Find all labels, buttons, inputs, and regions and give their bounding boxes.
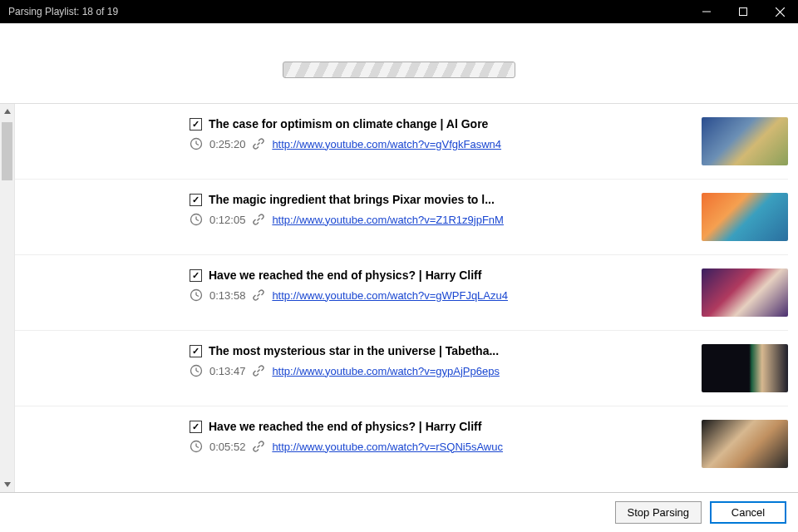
list-item: ✓The case for optimism on climate change… [15, 104, 788, 179]
maximize-button[interactable] [725, 0, 761, 23]
item-content: ✓Have we reached the end of physics? | H… [190, 268, 702, 302]
maximize-icon [739, 7, 747, 16]
stop-parsing-button[interactable]: Stop Parsing [615, 501, 702, 524]
video-title: Have we reached the end of physics? | Ha… [209, 420, 481, 433]
chevron-up-icon [4, 109, 11, 114]
video-title: The magic ingredient that brings Pixar m… [209, 193, 495, 206]
svg-line-17 [196, 371, 199, 372]
minimize-button[interactable] [688, 0, 725, 23]
item-content: ✓Have we reached the end of physics? | H… [190, 420, 702, 453]
thumbnail[interactable] [702, 268, 788, 317]
video-title: Have we reached the end of physics? | Ha… [209, 268, 481, 282]
meta-row: 0:05:52http://www.youtube.com/watch?v=rS… [190, 440, 690, 453]
progress-bar [283, 62, 515, 78]
duration: 0:13:58 [209, 289, 245, 302]
scroll-thumb[interactable] [2, 122, 12, 180]
video-title: The most mysterious star in the universe… [209, 344, 499, 357]
titlebar: Parsing Playlist: 18 of 19 [0, 0, 798, 23]
svg-rect-1 [740, 8, 747, 16]
link-icon [252, 213, 265, 226]
svg-marker-4 [4, 109, 11, 114]
meta-row: 0:13:47http://www.youtube.com/watch?v=gy… [190, 364, 690, 377]
svg-line-11 [196, 219, 199, 221]
duration: 0:12:05 [209, 214, 245, 226]
thumbnail[interactable] [702, 420, 788, 468]
link-icon [252, 364, 265, 377]
thumbnail[interactable] [702, 344, 788, 392]
svg-line-14 [196, 295, 199, 297]
svg-marker-5 [4, 482, 11, 487]
list-area: ✓The case for optimism on climate change… [0, 103, 798, 492]
close-button[interactable] [761, 0, 798, 23]
checkbox[interactable]: ✓ [190, 421, 202, 433]
thumbnail[interactable] [702, 193, 788, 241]
list-item: ✓Have we reached the end of physics? | H… [15, 406, 788, 481]
meta-row: 0:25:20http://www.youtube.com/watch?v=gV… [190, 137, 690, 150]
close-icon [776, 7, 785, 17]
clock-icon [190, 213, 203, 226]
video-url[interactable]: http://www.youtube.com/watch?v=Z1R1z9jpF… [272, 214, 504, 226]
svg-line-8 [196, 144, 199, 145]
footer: Stop Parsing Cancel [0, 492, 798, 532]
checkbox[interactable]: ✓ [190, 345, 202, 357]
minimize-icon [702, 7, 711, 16]
title-row: ✓The most mysterious star in the univers… [190, 344, 690, 357]
duration: 0:13:47 [209, 365, 245, 377]
svg-line-20 [196, 446, 199, 448]
list-item: ✓The magic ingredient that brings Pixar … [15, 179, 788, 254]
clock-icon [190, 288, 203, 302]
video-url[interactable]: http://www.youtube.com/watch?v=gVfgkFasw… [272, 138, 501, 150]
list-item: ✓Have we reached the end of physics? | H… [15, 254, 788, 330]
title-row: ✓Have we reached the end of physics? | H… [190, 420, 690, 433]
checkbox[interactable]: ✓ [190, 194, 202, 206]
progress-section [0, 23, 798, 103]
title-row: ✓The magic ingredient that brings Pixar … [190, 193, 690, 206]
scroll-down-button[interactable] [0, 477, 14, 492]
clock-icon [190, 440, 203, 453]
item-content: ✓The most mysterious star in the univers… [190, 344, 702, 377]
link-icon [252, 288, 265, 302]
cancel-button[interactable]: Cancel [710, 501, 786, 524]
link-icon [252, 137, 265, 150]
list-item: ✓The most mysterious star in the univers… [15, 330, 788, 406]
title-row: ✓The case for optimism on climate change… [190, 117, 690, 131]
duration: 0:05:52 [209, 441, 245, 453]
video-url[interactable]: http://www.youtube.com/watch?v=gWPFJqLAz… [272, 289, 508, 302]
scrollbar[interactable] [0, 104, 15, 492]
duration: 0:25:20 [209, 138, 245, 150]
video-url[interactable]: http://www.youtube.com/watch?v=rSQNi5sAw… [272, 441, 503, 453]
clock-icon [190, 364, 203, 377]
video-url[interactable]: http://www.youtube.com/watch?v=gypAjPp6e… [272, 365, 500, 377]
video-title: The case for optimism on climate change … [209, 117, 488, 131]
meta-row: 0:13:58http://www.youtube.com/watch?v=gW… [190, 288, 690, 302]
checkbox[interactable]: ✓ [190, 118, 202, 131]
thumbnail[interactable] [702, 117, 788, 165]
item-content: ✓The magic ingredient that brings Pixar … [190, 193, 702, 226]
chevron-down-icon [4, 482, 11, 487]
item-list: ✓The case for optimism on climate change… [15, 104, 798, 492]
scroll-up-button[interactable] [0, 104, 14, 119]
checkbox[interactable]: ✓ [190, 269, 202, 282]
window-title: Parsing Playlist: 18 of 19 [8, 6, 688, 17]
clock-icon [190, 137, 203, 150]
meta-row: 0:12:05http://www.youtube.com/watch?v=Z1… [190, 213, 690, 226]
link-icon [252, 440, 265, 453]
item-content: ✓The case for optimism on climate change… [190, 117, 702, 150]
title-row: ✓Have we reached the end of physics? | H… [190, 268, 690, 282]
